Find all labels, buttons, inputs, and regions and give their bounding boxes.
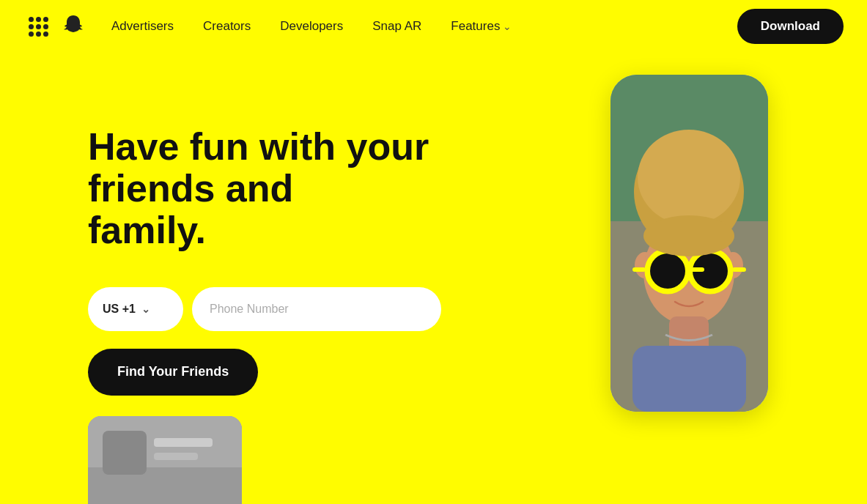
navigation: Advertisers Creators Developers Snap AR … xyxy=(0,0,867,53)
nav-links: Advertisers Creators Developers Snap AR … xyxy=(100,13,737,40)
svg-rect-21 xyxy=(154,453,198,460)
main-content: Have fun with your friends and family. U… xyxy=(0,53,867,412)
find-friends-button[interactable]: Find Your Friends xyxy=(88,349,258,396)
download-button[interactable]: Download xyxy=(737,9,844,44)
svg-rect-15 xyxy=(732,267,746,272)
bottom-card-image xyxy=(88,416,242,504)
chevron-down-icon: ⌄ xyxy=(503,21,512,32)
grid-menu-icon[interactable] xyxy=(23,12,53,41)
nav-link-features[interactable]: Features ⌄ xyxy=(439,13,523,40)
hero-heading: Have fun with your friends and family. xyxy=(88,126,498,252)
svg-point-16 xyxy=(643,215,734,256)
svg-rect-19 xyxy=(103,431,147,475)
svg-point-3 xyxy=(638,130,740,225)
ar-filter-image xyxy=(610,75,768,412)
svg-rect-13 xyxy=(690,267,704,272)
phone-number-input[interactable] xyxy=(192,287,441,331)
nav-link-snap-ar[interactable]: Snap AR xyxy=(361,13,433,40)
nav-left xyxy=(23,12,88,41)
select-chevron-icon: ⌄ xyxy=(141,303,150,315)
svg-point-10 xyxy=(650,253,685,289)
snapchat-logo[interactable] xyxy=(59,12,88,41)
nav-right: Download xyxy=(737,9,844,44)
nav-link-creators[interactable]: Creators xyxy=(191,13,262,40)
svg-rect-20 xyxy=(154,438,213,447)
features-label: Features xyxy=(451,19,500,34)
svg-rect-14 xyxy=(632,267,646,272)
country-select[interactable]: US +1 ⌄ xyxy=(88,287,183,331)
nav-link-advertisers[interactable]: Advertisers xyxy=(100,13,185,40)
nav-link-developers[interactable]: Developers xyxy=(268,13,355,40)
heading-line2: family. xyxy=(88,209,206,251)
bottom-card-preview xyxy=(88,416,242,504)
hero-left: Have fun with your friends and family. U… xyxy=(88,82,581,412)
country-code-label: US +1 xyxy=(103,303,136,316)
hero-right xyxy=(610,82,779,412)
svg-rect-8 xyxy=(632,346,746,412)
heading-line1: Have fun with your friends and xyxy=(88,125,429,210)
input-row: US +1 ⌄ xyxy=(88,287,581,331)
phone-screen xyxy=(610,75,768,412)
grid-dots xyxy=(29,17,48,37)
phone-mockup xyxy=(610,75,768,412)
